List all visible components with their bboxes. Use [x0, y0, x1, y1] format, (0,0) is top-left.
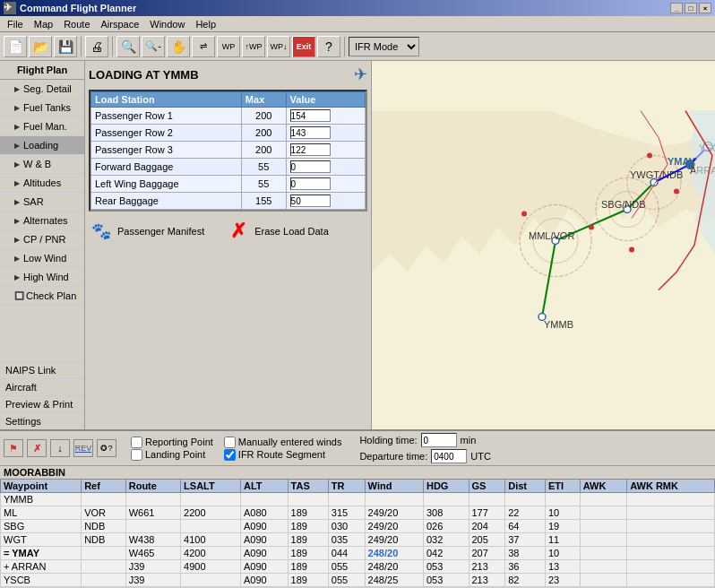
arrow-icon: ▶ [14, 255, 20, 263]
manual-winds-check[interactable]: Manually entered winds [224, 437, 342, 448]
fp-table-row[interactable]: + ARRAN J39 4900 A090 189 055 248/20 053… [1, 560, 715, 574]
value-cell[interactable] [286, 142, 365, 159]
route-button[interactable]: ⇌ [192, 36, 215, 57]
hand-button[interactable]: ✋ [167, 36, 190, 57]
zoom-out-button[interactable]: 🔍- [142, 36, 165, 57]
ifr-mode-select[interactable]: IFR Mode VFR Mode [349, 37, 419, 56]
fp-table-row[interactable]: WGT NDB W438 4100 A090 189 035 249/20 03… [1, 533, 715, 547]
sidebar-item-fuel-tanks[interactable]: ▶ Fuel Tanks [0, 99, 84, 117]
fp-table-row[interactable]: SBG NDB A090 189 030 249/20 026 204 64 1… [1, 520, 715, 533]
menu-help[interactable]: Help [190, 18, 221, 30]
landing-point-label: Landing Point [145, 449, 205, 460]
load-table-row[interactable]: Rear Baggage 155 [91, 193, 366, 210]
load-table-row[interactable]: Forward Baggage 55 [91, 159, 366, 176]
fp-wind: 248/20 [365, 560, 423, 574]
arrow-icon: ▶ [14, 198, 20, 206]
sidebar-item-seg-detail[interactable]: ▶ Seg. Detail [0, 80, 84, 99]
load-table-row[interactable]: Passenger Row 1 200 [91, 108, 366, 125]
manual-winds-checkbox[interactable] [224, 437, 236, 448]
print-button[interactable]: 🖨 [85, 36, 108, 57]
fp-waypoint: + ARRAN [1, 560, 82, 574]
maximize-button[interactable]: □ [685, 3, 697, 13]
arrow-icon: ▶ [14, 142, 20, 150]
departure-input[interactable] [431, 449, 467, 463]
value-cell[interactable] [286, 108, 365, 125]
open-button[interactable]: 📂 [29, 36, 52, 57]
wp3-button[interactable]: WP↓ [267, 36, 290, 57]
passenger-manifest-button[interactable]: 🐾 Passenger Manifest [89, 219, 204, 244]
reporting-point-checkbox[interactable] [131, 437, 142, 448]
menu-map[interactable]: Map [29, 18, 58, 30]
sidebar-item-low-wind[interactable]: ▶ Low Wind [0, 249, 84, 268]
departure-time-group: Departure time: UTC [359, 449, 490, 463]
value-cell[interactable] [286, 159, 365, 176]
wp2-button[interactable]: ↑WP [242, 36, 265, 57]
fp-awk [580, 547, 627, 560]
sidebar-item-high-wind[interactable]: ▶ High Wind [0, 268, 84, 287]
fp-table-row[interactable]: = YMAY W465 4200 A090 189 044 248/20 042… [1, 547, 715, 560]
sidebar-item-loading[interactable]: ▶ Loading [0, 136, 84, 155]
ifr-route-label: IFR Route Segment [238, 449, 325, 460]
sidebar-item-altitudes[interactable]: ▶ Altitudes [0, 174, 84, 193]
ifr-route-check[interactable]: IFR Route Segment [224, 449, 342, 461]
sidebar-preview-link[interactable]: Preview & Print [0, 395, 84, 412]
th-lsalt: LSALT [181, 480, 241, 493]
fp-ref [82, 560, 126, 574]
erase-load-button[interactable]: ✗ Erase Load Data [226, 219, 329, 244]
fp-table-row[interactable]: YSCB J39 A090 189 055 248/25 053 213 82 … [1, 574, 715, 587]
window-controls[interactable]: _ □ × [670, 3, 711, 13]
fp-flag-button[interactable]: ⚑ [4, 439, 23, 457]
fp-help-button[interactable]: ✪? [97, 439, 116, 457]
menu-airspace[interactable]: Airspace [96, 18, 145, 30]
help-button[interactable]: ? [317, 36, 340, 57]
value-cell[interactable] [286, 176, 365, 193]
ifr-route-checkbox[interactable] [224, 449, 236, 461]
sidebar-item-check-plan[interactable]: 🔲 Check Plan [0, 287, 84, 306]
fp-hdg: 308 [423, 506, 469, 520]
max-cell: 55 [241, 176, 286, 193]
sidebar-aircraft-link[interactable]: Aircraft [0, 378, 84, 395]
sidebar-item-alternates[interactable]: ▶ Alternates [0, 212, 84, 230]
sidebar-item-cp-pnr[interactable]: ▶ CP / PNR [0, 230, 84, 249]
load-table-row[interactable]: Passenger Row 2 200 [91, 125, 366, 142]
load-table-row[interactable]: Left Wing Baggage 55 [91, 176, 366, 193]
close-button[interactable]: × [699, 3, 711, 13]
fp-eti: 10 [545, 547, 580, 560]
menu-file[interactable]: File [2, 18, 29, 30]
minimize-button[interactable]: _ [670, 3, 683, 13]
load-table-wrapper[interactable]: Load Station Max Value Passenger Row 1 2… [89, 90, 367, 212]
menu-window[interactable]: Window [144, 18, 190, 30]
bottom-section: ⚑ ✗ ↓ REV ✪? Reporting Point Landing Poi… [0, 429, 715, 588]
manifest-label: Passenger Manifest [117, 226, 204, 237]
value-cell[interactable] [286, 125, 365, 142]
value-cell[interactable] [286, 193, 365, 210]
fp-rev-button[interactable]: REV [73, 439, 93, 457]
fp-insert-button[interactable]: ↓ [50, 439, 70, 457]
sidebar-item-sar[interactable]: ▶ SAR [0, 193, 84, 212]
fp-delete-button[interactable]: ✗ [27, 439, 47, 457]
fp-table-row[interactable]: ML VOR W661 2200 A080 189 315 249/20 308… [1, 506, 715, 520]
fp-ref: NDB [82, 520, 126, 533]
landing-point-check[interactable]: Landing Point [131, 449, 213, 461]
fp-table-wrapper[interactable]: Waypoint Ref Route LSALT ALT TAS TR Wind… [0, 479, 715, 588]
wp-button[interactable]: WP [217, 36, 240, 57]
load-table-row[interactable]: Passenger Row 3 200 [91, 142, 366, 159]
fp-awk-rmk [627, 574, 715, 587]
reporting-point-check[interactable]: Reporting Point [131, 437, 213, 448]
landing-point-checkbox[interactable] [131, 449, 142, 461]
fp-ref [82, 574, 126, 587]
sidebar-item-wb[interactable]: ▶ W & B [0, 155, 84, 174]
svg-text:YMMB: YMMB [544, 319, 573, 330]
sidebar-item-fuel-man[interactable]: ▶ Fuel Man. [0, 117, 84, 136]
fp-table-row[interactable]: YMMB [1, 493, 715, 506]
exit-button[interactable]: Exit [292, 36, 315, 57]
holding-input[interactable] [421, 433, 457, 447]
sidebar-naips-link[interactable]: NAIPS Link [0, 361, 84, 378]
menu-route[interactable]: Route [58, 18, 95, 30]
zoom-in-button[interactable]: 🔍 [116, 36, 140, 57]
th-tas: TAS [288, 480, 328, 493]
new-button[interactable]: 📄 [4, 36, 27, 57]
save-button[interactable]: 💾 [54, 36, 77, 57]
map-area[interactable]: YMMB MML/VOR SBG/NDB YWGT/NDB YMAY ARRAN… [372, 61, 715, 429]
sidebar-settings-link[interactable]: Settings [0, 412, 84, 429]
